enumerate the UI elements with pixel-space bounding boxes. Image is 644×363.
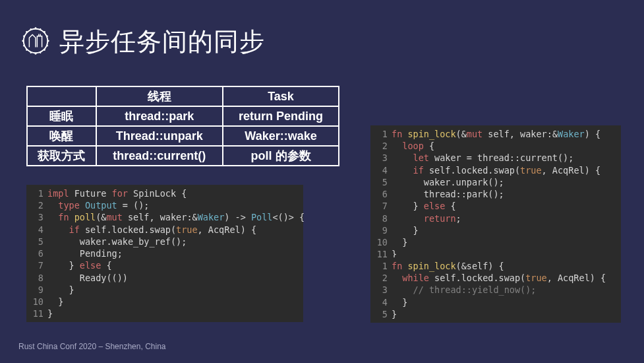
table-row: 睡眠 thread::park return Pending [27,106,339,126]
table-row: 获取方式 thread::current() poll 的参数 [27,146,339,166]
table-cell: Thread::unpark [96,126,223,146]
svg-point-5 [26,31,28,33]
table-cell: thread::park [96,106,223,126]
slide-title: 异步任务间的同步 [59,25,265,59]
table-cell: Waker::wake [223,126,339,146]
table-row-label: 睡眠 [27,106,96,126]
code-line: 5 waker.unpark(); [373,176,616,188]
svg-point-9 [30,28,32,30]
svg-point-14 [23,45,24,46]
svg-point-12 [40,52,41,53]
code-line: 4 } [373,296,616,308]
code-snippet-spin-lock-waker: 1fn spin_lock(&mut self, waker:&Waker) {… [370,125,621,263]
code-line: 3 // thread::yield_now(); [373,284,616,296]
code-line: 7 } else { [29,259,298,271]
svg-point-16 [47,45,48,46]
code-line: 11} [29,308,298,319]
svg-point-2 [35,53,37,55]
table-row-label: 获取方式 [27,146,96,166]
code-line: 6 thread::park(); [373,188,616,200]
code-line: 2 loop { [373,140,616,152]
footer-text: Rust China Conf 2020 – Shenzhen, China [18,342,165,351]
comparison-table: 线程 Task 睡眠 thread::park return Pending 唤… [26,86,339,166]
code-line: 4 if self.locked.swap(true, AcqRel) { [29,224,298,236]
svg-point-15 [47,36,48,37]
table-header-row: 线程 Task [27,86,339,106]
code-snippet-impl-future: 1impl Future for SpinLock {2 type Output… [26,185,303,322]
svg-point-13 [23,36,24,37]
table-header [27,86,96,106]
table-cell: poll 的参数 [223,146,339,166]
code-line: 5} [373,308,616,320]
code-line: 1impl Future for SpinLock { [29,187,298,199]
code-line: 3 let waker = thread::current(); [373,152,616,164]
code-line: 1fn spin_lock(&self) { [373,260,616,272]
code-line: 2 while self.locked.swap(true, AcqRel) { [373,272,616,284]
table-row-label: 唤醒 [27,126,96,146]
code-line: 8 return; [373,213,616,224]
code-line: 4 if self.locked.swap(true, AcqRel) { [373,164,616,176]
code-line: 10 } [373,236,616,248]
code-line: 6 Pending; [29,248,298,259]
svg-point-1 [35,27,37,29]
code-snippet-spin-lock-simple: 1fn spin_lock(&self) {2 while self.locke… [370,257,621,323]
table-cell: return Pending [223,106,339,126]
svg-point-4 [47,40,49,42]
code-line: 8 Ready(()) [29,272,298,284]
code-line: 10 } [29,296,298,308]
code-line: 9 } [29,284,298,296]
svg-point-11 [30,52,32,53]
svg-point-6 [44,31,45,33]
table-header: Task [223,86,339,106]
code-line: 7 } else { [373,200,616,212]
table-row: 唤醒 Thread::unpark Waker::wake [27,126,339,146]
code-line: 9 } [373,224,616,236]
table-header: 线程 [96,86,223,106]
svg-point-3 [22,40,24,42]
code-line: 1fn spin_lock(&mut self, waker:&Waker) { [373,128,616,140]
code-line: 3 fn poll(&mut self, waker:&Waker) -> Po… [29,211,298,223]
svg-point-8 [44,49,45,51]
code-line: 2 type Output = (); [29,199,298,211]
svg-point-10 [40,28,41,30]
svg-point-7 [26,49,28,51]
code-line: 5 waker.wake_by_ref(); [29,236,298,248]
logo-icon [20,25,51,57]
table-cell: thread::current() [96,146,223,166]
